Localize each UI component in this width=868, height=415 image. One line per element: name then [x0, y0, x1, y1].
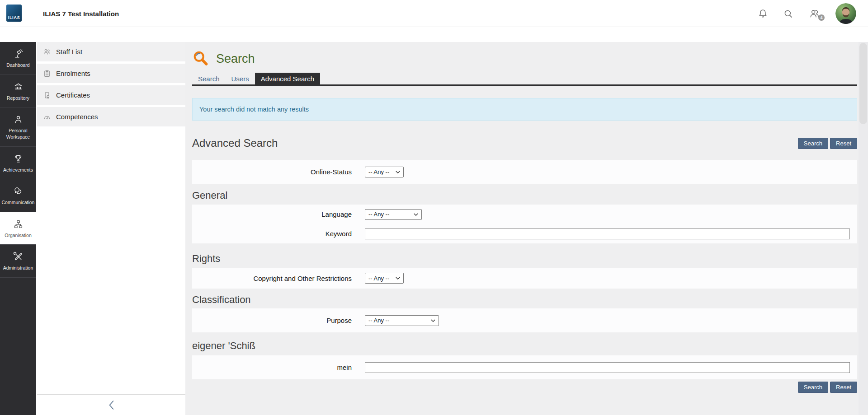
main-navigation-rail: Dashboard Repository Personal Workspace …	[0, 42, 36, 415]
rail-item-communication[interactable]: Communication	[0, 179, 36, 212]
keyword-input[interactable]	[365, 228, 850, 239]
chevron-down-icon	[396, 171, 400, 173]
tab-search[interactable]: Search	[192, 73, 226, 84]
panel-item-label: Competences	[56, 113, 98, 121]
rail-item-dashboard[interactable]: Dashboard	[0, 42, 36, 75]
panel-item-certificates[interactable]: Certificates	[37, 85, 185, 105]
certificates-icon	[43, 91, 51, 99]
rail-item-organisation[interactable]: Organisation	[0, 212, 36, 245]
online-count-badge: 4	[818, 14, 825, 21]
rail-item-administration[interactable]: Administration	[0, 245, 36, 278]
reset-button-bottom[interactable]: Reset	[830, 382, 857, 393]
form-row: mein	[192, 355, 857, 379]
tab-advanced-search[interactable]: Advanced Search	[255, 73, 320, 84]
select-value: -- Any --	[368, 168, 389, 175]
search-icon[interactable]	[783, 9, 793, 19]
field-label: Language	[192, 210, 359, 218]
search-button-top[interactable]: Search	[798, 138, 828, 149]
form-group-general: Language -- Any -- Keyword	[192, 205, 857, 243]
form-group-rights: Copyright and Other Restrictions -- Any …	[192, 268, 857, 289]
page-header: Search	[192, 42, 857, 67]
form-row: Language -- Any --	[192, 205, 857, 224]
repository-icon	[13, 82, 24, 92]
organisation-icon	[13, 219, 24, 229]
field-label: Purpose	[192, 317, 359, 324]
form-row: Keyword	[192, 224, 857, 243]
advanced-search-header: Advanced Search Search Reset	[192, 137, 857, 149]
rail-label: Organisation	[5, 233, 32, 239]
language-select[interactable]: -- Any --	[365, 209, 422, 220]
search-button-bottom[interactable]: Search	[798, 382, 828, 393]
ilias-logo[interactable]: ILIAS	[6, 5, 22, 22]
user-avatar[interactable]	[835, 3, 856, 24]
tab-bar: Search Users Advanced Search	[192, 73, 857, 86]
notifications-bell-icon[interactable]	[758, 9, 768, 19]
rail-item-repository[interactable]: Repository	[0, 75, 36, 108]
info-message: Your search did not match any results	[192, 98, 857, 121]
group-title-rights: Rights	[192, 253, 857, 265]
who-is-online-icon[interactable]: 4	[808, 8, 821, 19]
collapse-panel-button[interactable]	[37, 394, 185, 415]
user-avatar-image	[835, 3, 856, 24]
main-content: Search Search Users Advanced Search Your…	[185, 42, 859, 415]
online-status-select[interactable]: -- Any --	[365, 167, 404, 177]
chevron-left-icon	[108, 400, 114, 410]
panel-item-competences[interactable]: Competences	[37, 107, 185, 126]
form-row: Online-Status -- Any --	[192, 160, 857, 184]
staff-list-icon	[43, 48, 51, 56]
rail-label: Personal Workspace	[1, 128, 35, 140]
rail-label: Communication	[2, 200, 35, 206]
administration-icon	[13, 252, 24, 262]
section-title: Advanced Search	[192, 137, 278, 149]
chevron-down-icon	[414, 213, 418, 216]
copyright-select[interactable]: -- Any --	[365, 273, 404, 284]
form-group-classification: Purpose -- Any --	[192, 308, 857, 332]
chevron-down-icon	[431, 319, 435, 322]
rail-label: Achievements	[3, 167, 33, 173]
purpose-select[interactable]: -- Any --	[365, 315, 439, 326]
rail-item-personal-workspace[interactable]: Personal Workspace	[0, 107, 36, 146]
top-bar: ILIAS ILIAS 7 Test Installation 4	[0, 0, 868, 27]
panel-item-label: Enrolments	[56, 70, 90, 77]
field-label: Keyword	[192, 230, 359, 238]
rail-label: Administration	[3, 265, 33, 271]
form-group-custom: mein	[192, 355, 857, 379]
page-title: Search	[216, 52, 255, 66]
form-row: Copyright and Other Restrictions -- Any …	[192, 268, 857, 289]
rail-item-achievements[interactable]: Achievements	[0, 147, 36, 180]
reset-button-top[interactable]: Reset	[830, 138, 857, 149]
panel-item-staff-list[interactable]: Staff List	[37, 42, 185, 61]
scrollbar-thumb[interactable]	[859, 43, 867, 124]
chevron-down-icon	[396, 277, 400, 280]
info-message-text: Your search did not match any results	[199, 106, 309, 113]
panel-item-label: Staff List	[56, 48, 82, 56]
organisation-side-panel: Staff List Enrolments Certificates Compe…	[37, 42, 185, 415]
panel-item-label: Certificates	[56, 91, 90, 99]
personal-workspace-icon	[13, 114, 24, 125]
achievements-icon	[13, 154, 24, 164]
enrolments-icon	[43, 70, 51, 78]
group-title-custom: eigener 'Schiß	[192, 340, 857, 352]
mein-input[interactable]	[365, 362, 850, 373]
dashboard-icon	[13, 49, 24, 59]
form-row: Purpose -- Any --	[192, 308, 857, 332]
form-group-online-status: Online-Status -- Any --	[192, 160, 857, 184]
communication-icon	[13, 186, 24, 196]
ilias-logo-text: ILIAS	[8, 15, 20, 20]
group-title-classification: Classification	[192, 294, 857, 306]
vertical-scrollbar[interactable]	[859, 42, 868, 415]
field-label: Copyright and Other Restrictions	[192, 275, 359, 282]
panel-item-enrolments[interactable]: Enrolments	[37, 64, 185, 83]
rail-label: Dashboard	[6, 62, 29, 69]
rail-label: Repository	[7, 95, 29, 102]
select-value: -- Any --	[368, 317, 389, 324]
select-value: -- Any --	[368, 211, 389, 218]
installation-title: ILIAS 7 Test Installation	[43, 9, 119, 17]
select-value: -- Any --	[368, 275, 389, 282]
competences-icon	[43, 113, 51, 121]
field-label: mein	[192, 364, 359, 371]
tab-users[interactable]: Users	[226, 73, 255, 84]
bottom-actions: Search Reset	[192, 382, 857, 403]
topbar-icons: 4	[758, 0, 856, 27]
group-title-general: General	[192, 190, 857, 201]
